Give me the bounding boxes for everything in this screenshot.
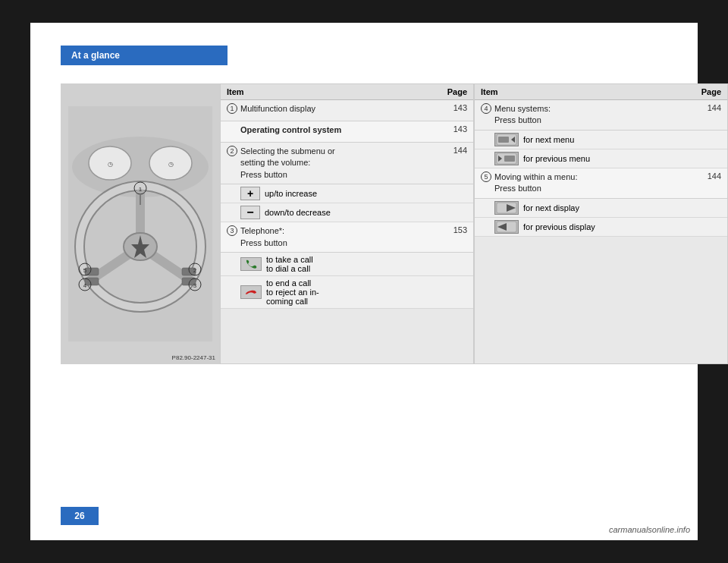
sub-item-row: to end a callto reject an in-coming call [221, 276, 473, 309]
sub-item-row: for next display [475, 199, 727, 218]
main-content: At a glance ◷ ◷ [30, 23, 698, 540]
plus-icon: + [240, 187, 260, 200]
prev-display-icon [494, 220, 519, 234]
row-num: 3 [227, 225, 240, 236]
sub-item-row: + up/to increase [221, 184, 473, 203]
sub-text: for previous display [523, 222, 595, 231]
svg-text:2: 2 [193, 267, 197, 274]
right-col-item: Item [481, 87, 691, 96]
header-label: At a glance [71, 50, 120, 61]
section-header: At a glance [61, 46, 228, 65]
svg-rect-29 [498, 137, 509, 143]
row-content: Selecting the submenu orsetting the volu… [240, 146, 440, 181]
row-content: Multifunction display [240, 103, 440, 115]
content-area: ◷ ◷ [61, 83, 728, 364]
row-page: 143 [440, 124, 467, 134]
sub-text: for previous menu [523, 154, 590, 163]
table-row: 5 Moving within a menu:Press button 144 [475, 168, 727, 199]
row-page: 144 [440, 146, 467, 155]
left-col-page: Page [437, 87, 467, 96]
left-col-item: Item [227, 87, 437, 96]
svg-rect-33 [504, 156, 515, 162]
page-number: 26 [61, 507, 99, 525]
table-row: 3 Telephone*:Press button 153 [221, 222, 473, 253]
steering-wheel-image: ◷ ◷ [61, 83, 220, 364]
svg-text:3: 3 [193, 282, 197, 289]
phone-green-icon [240, 257, 262, 271]
table-row: 2 Selecting the submenu orsetting the vo… [221, 143, 473, 184]
left-table: Item Page 1 Multifunction display 143 Op… [220, 83, 474, 364]
row-num: 1 [227, 103, 240, 114]
sub-text: down/to decrease [265, 208, 331, 217]
row-content: Moving within a menu:Press button [494, 171, 694, 195]
right-table: Item Page 4 Menu systems:Press button 14… [474, 83, 728, 364]
sub-item-row: to take a callto dial a call [221, 253, 473, 276]
phone-red-icon [240, 285, 262, 299]
svg-text:5: 5 [83, 267, 87, 274]
row-page: 144 [694, 103, 721, 112]
row-page: 143 [440, 103, 467, 112]
watermark: carmanualsonline.info [609, 525, 690, 534]
sub-item-row: − down/to decrease [221, 203, 473, 222]
right-col-page: Page [691, 87, 721, 96]
image-label: P82.90-2247-31 [172, 354, 215, 361]
sub-text: up/to increase [265, 189, 317, 198]
svg-text:◷: ◷ [108, 161, 113, 168]
svg-rect-13 [85, 268, 99, 275]
table-row: 4 Menu systems:Press button 144 [475, 100, 727, 131]
steering-wheel-svg: ◷ ◷ [68, 106, 212, 341]
minus-icon: − [240, 206, 260, 219]
svg-text:1: 1 [139, 186, 143, 193]
table-row: 1 Multifunction display 143 [221, 100, 473, 121]
table-row: Operating control system 143 [221, 121, 473, 143]
sub-text: to end a callto reject an in-coming call [266, 278, 319, 306]
right-table-header: Item Page [475, 84, 727, 100]
next-menu-icon [494, 133, 519, 146]
row-num: 5 [481, 171, 494, 182]
next-display-icon [494, 201, 519, 215]
row-content: Telephone*:Press button [240, 225, 440, 249]
prev-menu-icon [494, 152, 519, 165]
sub-text: to take a callto dial a call [266, 255, 313, 273]
sub-item-row: for previous display [475, 218, 727, 237]
row-content: Menu systems:Press button [494, 103, 694, 127]
sub-text: for next display [523, 203, 579, 212]
row-num: 4 [481, 103, 494, 114]
row-content-bold: Operating control system [240, 124, 440, 136]
sub-text: for next menu [523, 135, 574, 144]
svg-text:4: 4 [83, 282, 87, 289]
row-page: 153 [440, 225, 467, 234]
sub-item-row: for next menu [475, 131, 727, 149]
svg-text:◷: ◷ [168, 161, 174, 168]
row-num: 2 [227, 146, 240, 156]
row-page: 144 [694, 171, 721, 181]
sub-item-row: for previous menu [475, 149, 727, 168]
left-table-header: Item Page [221, 84, 473, 100]
